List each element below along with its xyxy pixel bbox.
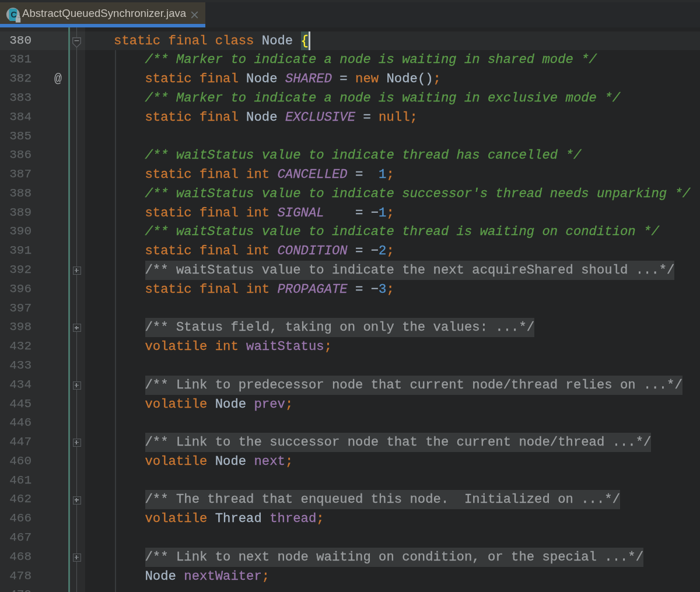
svg-text:C: C bbox=[10, 9, 17, 19]
